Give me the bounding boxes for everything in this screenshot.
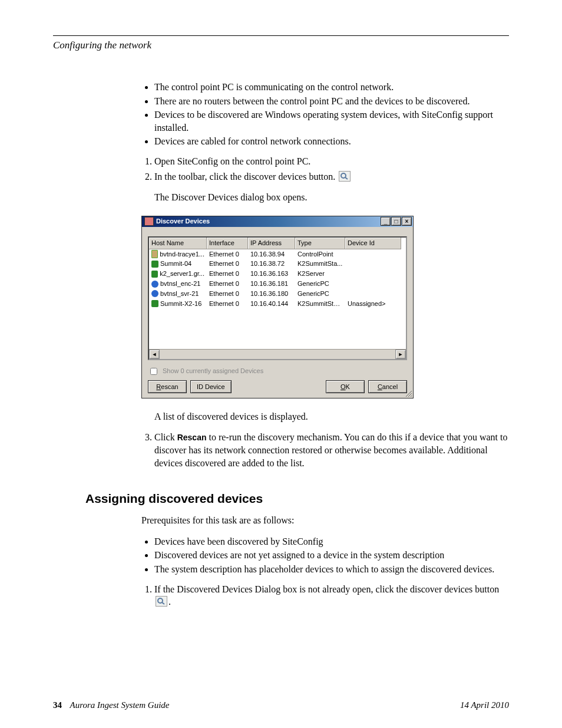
cell-ip: 10.16.40.144 xyxy=(248,299,295,309)
paragraph: The Discover Devices dialog box opens. xyxy=(154,191,509,204)
discover-devices-icon xyxy=(156,596,167,607)
svg-line-1 xyxy=(345,177,348,179)
cell-interface: Ethernet 0 xyxy=(207,259,248,269)
maximize-button[interactable]: □ xyxy=(391,217,401,226)
dialog-title: Discover Devices xyxy=(156,217,380,226)
bullet-item: Devices are cabled for control network c… xyxy=(154,135,509,148)
id-device-button[interactable]: ID Device xyxy=(190,380,232,393)
rescan-button[interactable]: Rescan xyxy=(148,380,187,393)
cell-ip: 10.16.38.94 xyxy=(248,249,295,259)
steps-list-top: Open SiteConfig on the control point PC.… xyxy=(141,155,509,183)
cancel-button[interactable]: Cancel xyxy=(368,380,407,393)
col-interface[interactable]: Interface xyxy=(207,238,248,249)
discover-devices-icon xyxy=(339,171,351,182)
ok-button[interactable]: OK xyxy=(326,380,365,393)
svg-point-0 xyxy=(341,173,346,178)
bullet-item: Devices to be discovered are Windows ope… xyxy=(154,108,509,134)
horizontal-scrollbar[interactable]: ◄ ► xyxy=(149,349,406,359)
svg-point-5 xyxy=(158,598,163,603)
cell-hostname: bvtnsl_enc-21 xyxy=(160,279,201,288)
step-text: In the toolbar, click the discover devic… xyxy=(154,172,335,182)
step-text-post: to re-run the discovery mechanism. You c… xyxy=(154,432,507,467)
device-type-icon xyxy=(151,300,158,307)
app-icon xyxy=(144,217,154,226)
cell-type: K2Server xyxy=(295,269,345,279)
cell-interface: Ethernet 0 xyxy=(207,279,248,289)
table-row[interactable]: bvtnd-tracye1...Ethernet 010.16.38.94Con… xyxy=(149,249,406,259)
step-item: Click Rescan to re-run the discovery mec… xyxy=(154,431,509,469)
col-ipaddress[interactable]: IP Address xyxy=(248,238,295,249)
cell-hostname: k2_server1.gr... xyxy=(160,269,204,278)
steps-list-bottom: If the Discovered Devices Dialog box is … xyxy=(141,583,509,608)
bullet-item: The system description has placeholder d… xyxy=(154,563,509,576)
steps-list-cont: Click Rescan to re-run the discovery mec… xyxy=(141,431,509,469)
bullet-item: There are no routers between the control… xyxy=(154,95,509,108)
cell-type: K2SummitSta... xyxy=(295,259,345,269)
footer-date: 14 April 2010 xyxy=(460,700,509,710)
minimize-button[interactable]: _ xyxy=(381,217,391,226)
table-row[interactable]: k2_server1.gr...Ethernet 010.16.36.163K2… xyxy=(149,269,406,279)
cell-hostname: bvtnd-tracye1... xyxy=(160,250,204,259)
cell-hostname: Summit-X2-16 xyxy=(160,299,201,308)
scroll-left-button[interactable]: ◄ xyxy=(149,350,160,359)
book-title: Aurora Ingest System Guide xyxy=(70,700,169,710)
cell-ip: 10.16.36.181 xyxy=(248,279,295,289)
cell-type: K2SummitStan.. xyxy=(295,299,345,309)
col-type[interactable]: Type xyxy=(295,238,345,249)
dialog-titlebar[interactable]: Discover Devices _ □ × xyxy=(142,216,413,227)
section-header: Configuring the network xyxy=(53,39,509,51)
cell-interface: Ethernet 0 xyxy=(207,249,248,259)
cell-type: GenericPC xyxy=(295,289,345,299)
resize-grip[interactable] xyxy=(405,390,412,397)
cell-type: GenericPC xyxy=(295,279,345,289)
cell-hostname: Summit-04 xyxy=(160,259,191,268)
cell-deviceid xyxy=(345,259,401,269)
device-type-icon xyxy=(151,271,158,278)
scroll-right-button[interactable]: ► xyxy=(395,350,406,359)
step-text-post: . xyxy=(168,597,171,607)
paragraph: A list of discovered devices is displaye… xyxy=(154,410,509,423)
cell-deviceid xyxy=(345,279,401,289)
show-assigned-checkbox-row[interactable]: Show 0 currently assigned Devices xyxy=(148,366,407,377)
cell-type: ControlPoint xyxy=(295,249,345,259)
cell-hostname: bvtnsl_svr-21 xyxy=(160,289,199,298)
show-assigned-checkbox[interactable] xyxy=(150,368,157,375)
bullet-item: Discovered devices are not yet assigned … xyxy=(154,549,509,562)
cell-ip: 10.16.36.180 xyxy=(248,289,295,299)
page-number: 34 xyxy=(53,700,62,710)
table-row[interactable]: bvtnsl_enc-21Ethernet 010.16.36.181Gener… xyxy=(149,279,406,289)
table-row[interactable]: Summit-X2-16Ethernet 010.16.40.144K2Summ… xyxy=(149,299,406,309)
device-type-icon xyxy=(151,281,158,288)
device-listview[interactable]: Host Name Interface IP Address Type Devi… xyxy=(148,236,407,360)
step-text-pre: If the Discovered Devices Dialog box is … xyxy=(154,584,499,594)
cell-ip: 10.16.36.163 xyxy=(248,269,295,279)
device-type-icon xyxy=(151,250,158,258)
cell-interface: Ethernet 0 xyxy=(207,299,248,309)
prereq-list-bottom: Devices have been discovered by SiteConf… xyxy=(141,535,509,576)
table-row[interactable]: Summit-04Ethernet 010.16.38.72K2SummitSt… xyxy=(149,259,406,269)
checkbox-label: Show 0 currently assigned Devices xyxy=(163,367,263,375)
cell-deviceid xyxy=(345,249,401,259)
paragraph: Prerequisites for this task are as follo… xyxy=(141,514,509,527)
rescan-label: Rescan xyxy=(177,433,207,442)
cell-deviceid xyxy=(345,289,401,299)
step-item: In the toolbar, click the discover devic… xyxy=(154,170,509,183)
device-type-icon xyxy=(151,290,158,297)
prereq-list-top: The control point PC is communicating on… xyxy=(141,81,509,148)
bullet-item: Devices have been discovered by SiteConf… xyxy=(154,535,509,548)
step-item: If the Discovered Devices Dialog box is … xyxy=(154,583,509,608)
cell-interface: Ethernet 0 xyxy=(207,289,248,299)
page-footer: 34 Aurora Ingest System Guide 14 April 2… xyxy=(53,700,509,710)
col-deviceid[interactable]: Device Id xyxy=(345,238,401,249)
listview-header[interactable]: Host Name Interface IP Address Type Devi… xyxy=(149,238,406,249)
step-item: Open SiteConfig on the control point PC. xyxy=(154,155,509,168)
cell-deviceid xyxy=(345,269,401,279)
heading-assigning: Assigning discovered devices xyxy=(85,492,509,506)
col-hostname[interactable]: Host Name xyxy=(149,238,207,249)
device-type-icon xyxy=(151,261,158,268)
discover-devices-dialog: Discover Devices _ □ × Host Name Interfa… xyxy=(141,216,414,398)
table-row[interactable]: bvtnsl_svr-21Ethernet 010.16.36.180Gener… xyxy=(149,289,406,299)
close-button[interactable]: × xyxy=(402,217,412,226)
cell-ip: 10.16.38.72 xyxy=(248,259,295,269)
bullet-item: The control point PC is communicating on… xyxy=(154,81,509,94)
